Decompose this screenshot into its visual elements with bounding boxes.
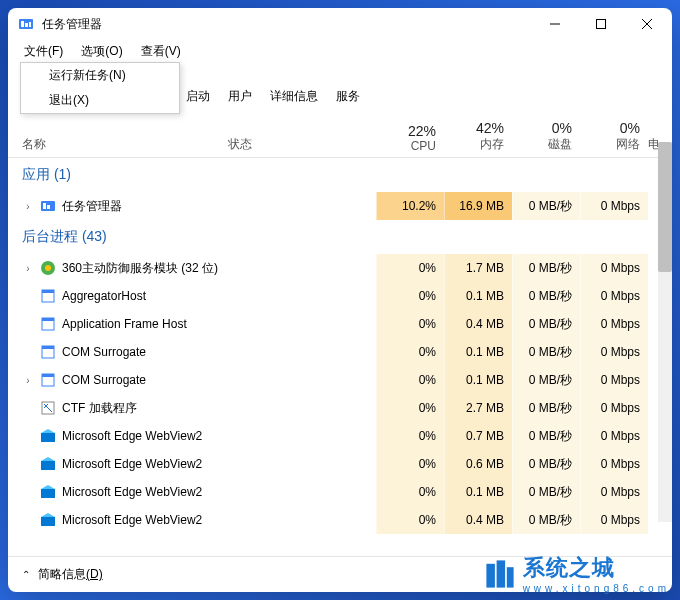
process-row[interactable]: COM Surrogate0%0.1 MB0 MB/秒0 Mbps xyxy=(8,338,672,366)
svg-rect-23 xyxy=(41,461,55,470)
cpu-cell: 0% xyxy=(376,338,444,366)
net-cell: 0 Mbps xyxy=(580,450,648,478)
process-icon xyxy=(40,400,56,416)
process-row[interactable]: Microsoft Edge WebView20%0.4 MB0 MB/秒0 M… xyxy=(8,506,672,534)
process-row[interactable]: AggregatorHost0%0.1 MB0 MB/秒0 Mbps xyxy=(8,282,672,310)
titlebar[interactable]: 任务管理器 xyxy=(8,8,672,40)
net-cell: 0 Mbps xyxy=(580,254,648,282)
mem-cell: 0.4 MB xyxy=(444,506,512,534)
mem-cell: 0.1 MB xyxy=(444,478,512,506)
svg-rect-20 xyxy=(42,374,54,377)
process-row[interactable]: Microsoft Edge WebView20%0.7 MB0 MB/秒0 M… xyxy=(8,422,672,450)
watermark: 系统之城 www.xitong86.com xyxy=(483,553,670,594)
close-button[interactable] xyxy=(624,8,670,40)
group-apps: 应用 (1) xyxy=(8,158,672,192)
app-icon xyxy=(18,16,34,32)
svg-rect-18 xyxy=(42,346,54,349)
menu-exit[interactable]: 退出(X) xyxy=(21,88,179,113)
task-manager-window: 任务管理器 文件(F) 选项(O) 查看(V) 运行新任务(N) 退出(X) 启… xyxy=(8,8,672,592)
mem-cell: 0.7 MB xyxy=(444,422,512,450)
expand-icon[interactable]: › xyxy=(22,263,34,274)
process-icon xyxy=(40,288,56,304)
col-disk[interactable]: 0%磁盘 xyxy=(512,120,580,153)
cpu-cell: 10.2% xyxy=(376,192,444,220)
vertical-scrollbar[interactable] xyxy=(658,142,672,522)
process-icon xyxy=(40,260,56,276)
process-icon xyxy=(40,428,56,444)
process-icon xyxy=(40,198,56,214)
chevron-up-icon[interactable]: ⌃ xyxy=(22,569,30,580)
net-cell: 0 Mbps xyxy=(580,394,648,422)
col-net[interactable]: 0%网络 xyxy=(580,120,648,153)
scrollbar-thumb[interactable] xyxy=(658,142,672,272)
disk-cell: 0 MB/秒 xyxy=(512,422,580,450)
column-headers: 名称 状态 22%CPU 42%内存 0%磁盘 0%网络 电 xyxy=(8,110,672,158)
mem-cell: 16.9 MB xyxy=(444,192,512,220)
svg-rect-5 xyxy=(597,20,606,29)
net-cell: 0 Mbps xyxy=(580,282,648,310)
svg-rect-9 xyxy=(43,203,46,209)
process-row[interactable]: Microsoft Edge WebView20%0.1 MB0 MB/秒0 M… xyxy=(8,478,672,506)
menu-file[interactable]: 文件(F) xyxy=(20,41,67,62)
expand-icon[interactable]: › xyxy=(22,375,34,386)
svg-rect-27 xyxy=(496,560,505,587)
process-row[interactable]: ›360主动防御服务模块 (32 位)0%1.7 MB0 MB/秒0 Mbps xyxy=(8,254,672,282)
svg-rect-25 xyxy=(41,517,55,526)
process-name: COM Surrogate xyxy=(62,345,146,359)
mem-cell: 0.1 MB xyxy=(444,282,512,310)
process-name: Microsoft Edge WebView2 xyxy=(62,485,202,499)
net-cell: 0 Mbps xyxy=(580,366,648,394)
disk-cell: 0 MB/秒 xyxy=(512,478,580,506)
process-row[interactable]: ›COM Surrogate0%0.1 MB0 MB/秒0 Mbps xyxy=(8,366,672,394)
expand-icon[interactable]: › xyxy=(22,201,34,212)
cpu-cell: 0% xyxy=(376,506,444,534)
process-list: 应用 (1)›任务管理器10.2%16.9 MB0 MB/秒0 Mbps后台进程… xyxy=(8,158,672,556)
process-row[interactable]: CTF 加载程序0%2.7 MB0 MB/秒0 Mbps xyxy=(8,394,672,422)
process-icon xyxy=(40,512,56,528)
process-row[interactable]: ›任务管理器10.2%16.9 MB0 MB/秒0 Mbps xyxy=(8,192,672,220)
svg-point-12 xyxy=(45,265,51,271)
cpu-cell: 0% xyxy=(376,450,444,478)
tab-services[interactable]: 服务 xyxy=(328,84,368,109)
disk-cell: 0 MB/秒 xyxy=(512,338,580,366)
col-cpu[interactable]: 22%CPU xyxy=(376,123,444,153)
mem-cell: 0.1 MB xyxy=(444,366,512,394)
col-status[interactable]: 状态 xyxy=(228,136,376,153)
disk-cell: 0 MB/秒 xyxy=(512,254,580,282)
maximize-button[interactable] xyxy=(578,8,624,40)
disk-cell: 0 MB/秒 xyxy=(512,366,580,394)
svg-rect-26 xyxy=(486,563,495,587)
tab-users[interactable]: 用户 xyxy=(220,84,260,109)
svg-rect-14 xyxy=(42,290,54,293)
menu-view[interactable]: 查看(V) xyxy=(137,41,185,62)
col-name[interactable]: 名称 xyxy=(8,136,228,153)
disk-cell: 0 MB/秒 xyxy=(512,192,580,220)
net-cell: 0 Mbps xyxy=(580,478,648,506)
mem-cell: 0.4 MB xyxy=(444,310,512,338)
brief-info-link[interactable]: 简略信息(D) xyxy=(38,566,103,583)
tab-startup[interactable]: 启动 xyxy=(178,84,218,109)
net-cell: 0 Mbps xyxy=(580,506,648,534)
menu-run-new-task[interactable]: 运行新任务(N) xyxy=(21,63,179,88)
process-name: Application Frame Host xyxy=(62,317,187,331)
net-cell: 0 Mbps xyxy=(580,422,648,450)
tab-details[interactable]: 详细信息 xyxy=(262,84,326,109)
net-cell: 0 Mbps xyxy=(580,338,648,366)
cpu-cell: 0% xyxy=(376,254,444,282)
menu-options[interactable]: 选项(O) xyxy=(77,41,126,62)
disk-cell: 0 MB/秒 xyxy=(512,310,580,338)
svg-rect-24 xyxy=(41,489,55,498)
process-row[interactable]: Application Frame Host0%0.4 MB0 MB/秒0 Mb… xyxy=(8,310,672,338)
process-name: Microsoft Edge WebView2 xyxy=(62,429,202,443)
process-row[interactable]: Microsoft Edge WebView20%0.6 MB0 MB/秒0 M… xyxy=(8,450,672,478)
process-name: AggregatorHost xyxy=(62,289,146,303)
cpu-cell: 0% xyxy=(376,282,444,310)
minimize-button[interactable] xyxy=(532,8,578,40)
col-mem[interactable]: 42%内存 xyxy=(444,120,512,153)
svg-rect-28 xyxy=(506,567,513,587)
mem-cell: 0.1 MB xyxy=(444,338,512,366)
mem-cell: 2.7 MB xyxy=(444,394,512,422)
process-name: 任务管理器 xyxy=(62,198,122,215)
svg-rect-1 xyxy=(21,21,24,27)
svg-rect-10 xyxy=(47,205,50,209)
